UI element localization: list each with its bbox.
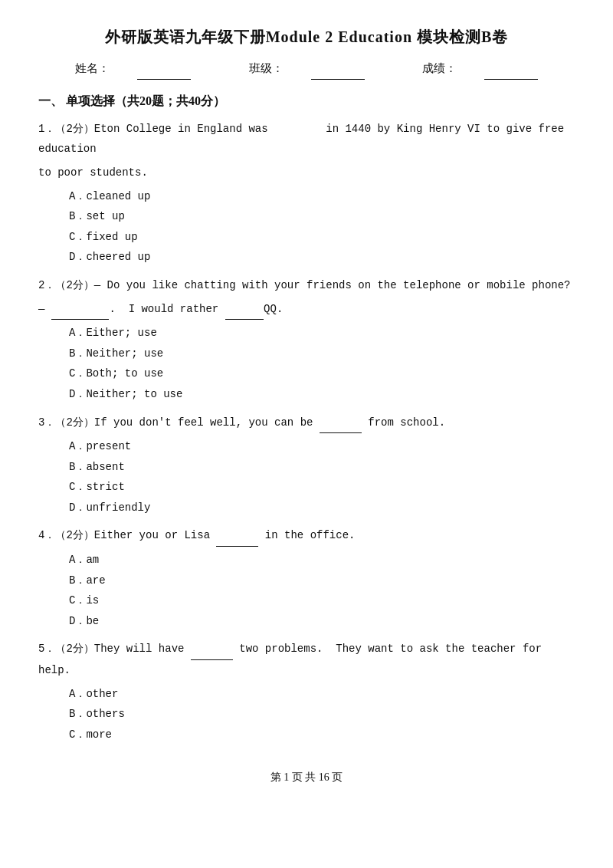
- q3-body: If you don't feel well, you can be from …: [94, 416, 445, 429]
- q3-number: 3．（2分）: [38, 416, 94, 429]
- section1-title: 一、 单项选择（共20题；共40分）: [38, 90, 575, 113]
- question-2-cont: — . I would rather QQ.: [38, 299, 575, 321]
- q2-option-b: B．Neither; use: [69, 344, 575, 364]
- q4-option-b: B．are: [69, 570, 575, 591]
- q2-option-a: A．Either; use: [69, 323, 575, 344]
- q2-option-c: C．Both; to use: [69, 363, 575, 384]
- q4-option-d: D．be: [69, 611, 575, 632]
- q1-option-d: D．cheered up: [69, 247, 575, 268]
- q1-option-c: C．fixed up: [69, 227, 575, 248]
- blank-4: [216, 525, 258, 547]
- q1-body: Eton College in England was in 1440 by K…: [38, 123, 564, 156]
- q2-cont: — . I would rather QQ.: [38, 303, 283, 315]
- page-title: 外研版英语九年级下册Module 2 Education 模块检测B卷: [38, 23, 575, 51]
- question-3: 3．（2分）If you don't feel well, you can be…: [38, 413, 575, 518]
- q5-number: 5．（2分）: [38, 643, 94, 655]
- question-1: 1．（2分）Eton College in England was in 144…: [38, 119, 575, 268]
- blank-2a: [51, 299, 110, 321]
- q4-option-c: C．is: [69, 590, 575, 611]
- question-5-text: 5．（2分）They will have two problems. They …: [38, 639, 575, 680]
- q1-option-a: A．cleaned up: [69, 186, 575, 207]
- q3-option-a: A．present: [69, 436, 575, 457]
- q1-option-b: B．set up: [69, 206, 575, 227]
- blank-2b: [225, 299, 264, 321]
- page-footer: 第 1 页 共 16 页: [38, 768, 575, 787]
- blank-5: [191, 639, 233, 660]
- q5-body: They will have two problems. They want t…: [38, 643, 542, 676]
- q5-option-b: B．others: [69, 704, 575, 725]
- q1-number: 1．: [38, 123, 55, 135]
- question-4: 4．（2分）Either you or Lisa in the office. …: [38, 525, 575, 631]
- q3-option-b: B．absent: [69, 457, 575, 478]
- footer-text: 第 1 页 共 16 页: [270, 771, 343, 783]
- blank-3: [320, 413, 362, 434]
- q5-option-c: C．more: [69, 725, 575, 745]
- question-1-text: 1．（2分）Eton College in England was in 144…: [38, 119, 575, 159]
- q5-option-a: A．other: [69, 684, 575, 705]
- header-info: 姓名： 班级： 成绩：: [38, 58, 575, 80]
- question-1-cont: to poor students.: [38, 163, 575, 183]
- q1-score: （2分）: [55, 123, 93, 135]
- question-4-text: 4．（2分）Either you or Lisa in the office.: [38, 525, 575, 547]
- name-blank: [137, 58, 191, 80]
- question-3-text: 3．（2分）If you don't feel well, you can be…: [38, 413, 575, 434]
- question-2: 2．（2分）— Do you like chatting with your f…: [38, 275, 575, 405]
- score-label: 成绩：: [408, 62, 552, 74]
- name-label: 姓名：: [61, 62, 208, 74]
- class-blank: [311, 58, 365, 80]
- q4-body: Either you or Lisa in the office.: [94, 529, 356, 541]
- q2-option-d: D．Neither; to use: [69, 384, 575, 405]
- class-label: 班级：: [235, 62, 382, 74]
- q3-option-d: D．unfriendly: [69, 498, 575, 518]
- q3-option-c: C．strict: [69, 477, 575, 498]
- q4-option-a: A．am: [69, 550, 575, 570]
- q2-number: 2．（2分）: [38, 279, 94, 291]
- q1-cont: to poor students.: [38, 166, 148, 179]
- question-2-text: 2．（2分）— Do you like chatting with your f…: [38, 275, 575, 296]
- question-5: 5．（2分）They will have two problems. They …: [38, 639, 575, 745]
- q2-body: — Do you like chatting with your friends…: [94, 279, 571, 291]
- q4-number: 4．（2分）: [38, 529, 94, 541]
- score-blank: [484, 58, 538, 80]
